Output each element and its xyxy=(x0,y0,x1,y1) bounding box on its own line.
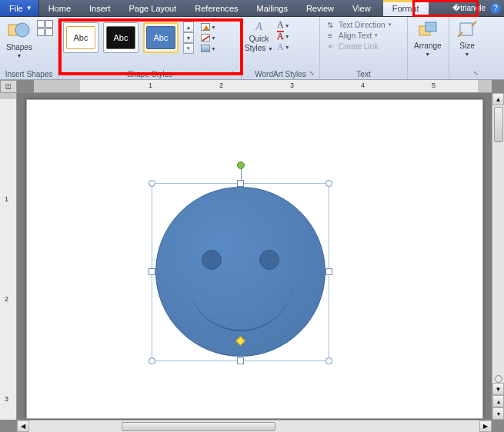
tab-file[interactable]: File▼ xyxy=(0,0,39,16)
resize-handle-br[interactable] xyxy=(325,357,332,364)
horizontal-ruler[interactable]: 123456 xyxy=(34,80,492,93)
tab-view[interactable]: View xyxy=(343,0,380,16)
group-shape-styles: Abc Abc Abc ▲ ▼ ▾ ▼ ▼ ▼ Shape Styles⤡ xyxy=(58,17,242,79)
create-link-button: ⚭Create Link xyxy=(325,42,392,51)
tab-review[interactable]: Review xyxy=(297,0,343,16)
align-text-icon: ≡ xyxy=(325,31,335,40)
resize-handle-r[interactable] xyxy=(325,268,332,275)
group-size: Size ▼ ⤡ xyxy=(449,17,483,79)
hscroll-thumb[interactable] xyxy=(122,422,275,431)
wordart-tools: A▼ A▼ A▼ xyxy=(276,18,298,52)
resize-handle-bl[interactable] xyxy=(149,357,155,364)
text-direction-icon: ⇅ xyxy=(325,20,335,29)
group-label-wordart: WordArt Styles⤡ xyxy=(245,68,316,79)
ribbon: Shapes ▼ Insert Shapes Abc Abc Abc ▲ ▼ ▾ xyxy=(0,17,504,80)
vertical-ruler[interactable]: 123 xyxy=(0,93,17,420)
resize-handle-t[interactable] xyxy=(237,180,244,187)
chevron-down-icon: ▼ xyxy=(26,5,32,12)
selection-rectangle xyxy=(152,183,329,361)
tab-references[interactable]: References xyxy=(185,0,247,16)
scroll-right-button[interactable]: ▶ xyxy=(479,420,492,432)
chevron-down-icon: ▼ xyxy=(16,53,22,58)
shape-style-swatch-3-selected[interactable]: Abc xyxy=(143,22,179,53)
ribbon-minimize-icon[interactable]: �triangle xyxy=(452,4,486,12)
svg-line-2 xyxy=(202,36,209,41)
gallery-more-button[interactable]: ▾ xyxy=(183,43,194,54)
rotation-handle[interactable] xyxy=(237,161,245,169)
text-fill-button[interactable]: A▼ xyxy=(276,20,298,31)
dialog-launcher-icon[interactable]: ⤡ xyxy=(471,70,480,79)
shape-style-swatch-1[interactable]: Abc xyxy=(63,22,98,53)
help-icon[interactable]: ? xyxy=(490,3,501,14)
gallery-scroll: ▲ ▼ ▾ xyxy=(183,22,194,54)
chevron-down-icon: ▼ xyxy=(465,52,470,57)
arrange-button[interactable]: Arrange ▼ xyxy=(411,18,445,58)
scroll-down-button[interactable]: ▼ xyxy=(492,383,504,395)
chevron-down-icon: ▼ xyxy=(211,25,216,30)
shapes-button[interactable]: Shapes ▼ xyxy=(3,18,35,60)
browse-object-button[interactable] xyxy=(495,375,502,383)
shapes-label: Shapes xyxy=(6,43,32,52)
chevron-down-icon: ▼ xyxy=(211,35,216,41)
tab-file-label: File xyxy=(9,4,23,13)
horizontal-scrollbar[interactable]: ◀ ▶ xyxy=(17,420,492,432)
shape-selection xyxy=(152,164,329,363)
scroll-up-button[interactable]: ▲ xyxy=(492,93,504,105)
tab-mailings[interactable]: Mailings xyxy=(248,0,297,16)
group-insert-shapes: Shapes ▼ Insert Shapes xyxy=(0,17,58,79)
group-arrange: Arrange ▼ xyxy=(408,17,449,79)
resize-handle-l[interactable] xyxy=(149,268,155,275)
group-label-shape-styles: Shape Styles⤡ xyxy=(62,68,238,79)
dialog-launcher-icon[interactable]: ⤡ xyxy=(229,70,238,79)
svg-rect-4 xyxy=(426,22,436,32)
text-effects-button[interactable]: A▼ xyxy=(276,42,298,52)
quick-styles-icon: A xyxy=(250,20,267,34)
ruler-corner[interactable]: ◫ xyxy=(0,80,17,93)
quick-styles-button[interactable]: A Quick Styles ▼ xyxy=(245,18,273,52)
shape-outline-button[interactable]: ▼ xyxy=(200,32,222,43)
chevron-down-icon: ▼ xyxy=(425,52,430,57)
arrange-icon xyxy=(416,20,439,40)
tab-insert[interactable]: Insert xyxy=(80,0,120,16)
link-icon: ⚭ xyxy=(325,42,335,51)
size-button[interactable]: Size ▼ xyxy=(452,18,482,58)
group-text: ⇅Text Direction▾ ≡Align Text▾ ⚭Create Li… xyxy=(320,17,408,79)
tab-format[interactable]: Format xyxy=(383,0,429,16)
group-label-text: Text xyxy=(323,68,404,79)
shape-effects-button[interactable]: ▼ xyxy=(200,43,222,54)
ribbon-tabstrip: File▼ Home Insert Page Layout References… xyxy=(0,0,504,17)
shape-fill-tools: ▼ ▼ ▼ xyxy=(200,22,222,54)
dialog-launcher-icon[interactable]: ⤡ xyxy=(307,70,316,79)
tab-home[interactable]: Home xyxy=(39,0,80,16)
text-outline-button[interactable]: A▼ xyxy=(276,31,298,42)
gallery-scroll-up[interactable]: ▲ xyxy=(183,22,194,32)
align-text-button[interactable]: ≡Align Text▾ xyxy=(325,31,392,40)
size-icon xyxy=(456,20,479,40)
shape-style-swatch-2[interactable]: Abc xyxy=(103,22,139,53)
shape-style-gallery: Abc Abc Abc ▲ ▼ ▾ ▼ ▼ ▼ xyxy=(62,18,223,57)
resize-handle-tl[interactable] xyxy=(149,180,155,187)
gallery-scroll-down[interactable]: ▼ xyxy=(183,32,194,43)
shapes-mini-gallery[interactable] xyxy=(37,18,55,36)
tab-page-layout[interactable]: Page Layout xyxy=(120,0,186,16)
svg-point-1 xyxy=(15,23,29,37)
window-controls: �triangle ? xyxy=(452,0,504,16)
previous-page-button[interactable]: ▴ xyxy=(492,395,504,407)
shapes-icon xyxy=(7,20,32,42)
resize-handle-b[interactable] xyxy=(237,357,244,364)
resize-handle-tr[interactable] xyxy=(325,180,332,187)
scroll-left-button[interactable]: ◀ xyxy=(17,420,29,432)
group-label-insert-shapes: Insert Shapes xyxy=(3,68,55,79)
group-wordart-styles: A Quick Styles ▼ A▼ A▼ A▼ WordArt Styles… xyxy=(242,17,320,79)
vscroll-thumb[interactable] xyxy=(494,107,503,142)
shape-fill-button[interactable]: ▼ xyxy=(200,22,222,32)
text-direction-button[interactable]: ⇅Text Direction▾ xyxy=(325,20,392,29)
next-page-button[interactable]: ▾ xyxy=(492,407,504,420)
chevron-down-icon: ▼ xyxy=(211,46,216,52)
vertical-scrollbar[interactable]: ▲ ▼ ▴ ▾ xyxy=(492,93,504,420)
